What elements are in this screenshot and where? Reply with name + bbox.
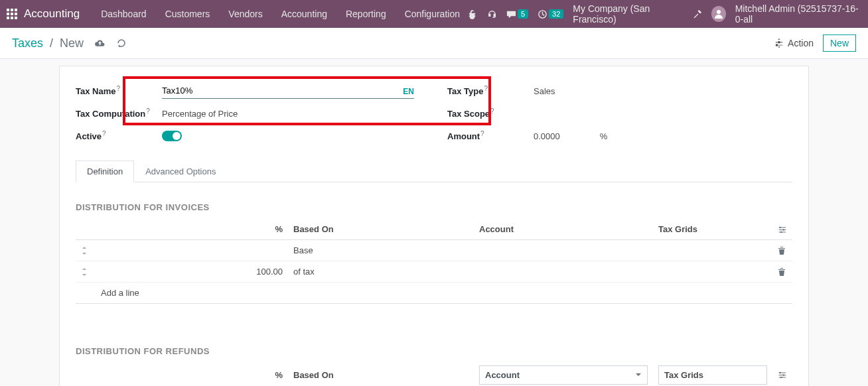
col-percent: % — [96, 363, 288, 387]
svg-rect-0 — [7, 9, 9, 11]
svg-point-11 — [779, 226, 781, 228]
svg-rect-8 — [15, 17, 17, 19]
activities-icon[interactable]: 32 — [538, 9, 563, 19]
svg-rect-1 — [11, 9, 13, 11]
tab-advanced-options[interactable]: Advanced Options — [134, 161, 227, 182]
section-refunds-title: DISTRIBUTION FOR REFUNDS — [76, 346, 792, 356]
delete-row-icon[interactable] — [772, 261, 792, 283]
svg-rect-3 — [7, 13, 9, 15]
col-tax-grids: Tax Grids — [653, 219, 772, 240]
cell-tax-grids[interactable] — [653, 240, 772, 261]
amount-unit: % — [600, 131, 608, 141]
svg-rect-5 — [15, 13, 17, 15]
chevron-down-icon — [635, 371, 642, 378]
delete-row-icon[interactable] — [772, 240, 792, 261]
avatar[interactable] — [711, 6, 726, 22]
menu-vendors[interactable]: Vendors — [220, 5, 270, 23]
lang-button[interactable]: EN — [403, 87, 414, 98]
cell-account[interactable] — [474, 261, 653, 283]
support-icon[interactable] — [487, 9, 497, 19]
account-select[interactable]: Account — [479, 365, 648, 385]
cell-based-on[interactable]: of tax — [288, 261, 474, 283]
tax-computation-label: Tax Computation? — [76, 107, 162, 119]
svg-rect-7 — [11, 17, 13, 19]
app-brand[interactable]: Accounting — [24, 7, 80, 21]
svg-rect-6 — [7, 17, 9, 19]
breadcrumb-sep: / — [50, 36, 53, 50]
refunds-table: % Based On Account Tax Grids — [76, 363, 792, 387]
apps-icon[interactable] — [7, 9, 17, 19]
invoices-table: % Based On Account Tax Grids Base — [76, 219, 792, 326]
save-cloud-icon[interactable] — [94, 38, 106, 49]
new-button[interactable]: New — [823, 34, 856, 52]
cell-account[interactable] — [474, 240, 653, 261]
svg-point-15 — [782, 374, 784, 376]
tools-icon[interactable] — [692, 9, 702, 19]
tax-name-label: Tax Name? — [76, 85, 162, 96]
tab-definition[interactable]: Definition — [76, 161, 134, 182]
svg-point-14 — [779, 372, 781, 374]
cell-based-on[interactable]: Base — [288, 240, 474, 261]
tax-computation-select[interactable]: Percentage of Price — [162, 109, 238, 119]
svg-point-12 — [782, 229, 784, 231]
messages-icon[interactable]: 5 — [506, 9, 528, 19]
main-menu: Dashboard Customers Vendors Accounting R… — [93, 5, 468, 23]
amount-label: Amount? — [447, 130, 534, 141]
table-options-icon[interactable] — [772, 363, 792, 387]
breadcrumb-root[interactable]: Taxes — [12, 36, 43, 50]
tax-name-input[interactable] — [162, 83, 403, 98]
action-dropdown[interactable]: Action — [774, 38, 814, 48]
menu-dashboard[interactable]: Dashboard — [93, 5, 155, 23]
amount-input[interactable]: 0.0000 — [534, 131, 560, 141]
discard-icon[interactable] — [116, 38, 127, 49]
breadcrumb-current: New — [60, 36, 84, 50]
section-invoices-title: DISTRIBUTION FOR INVOICES — [76, 202, 792, 212]
tax-type-select[interactable]: Sales — [534, 86, 555, 96]
tax-scope-label: Tax Scope? — [447, 107, 534, 119]
svg-point-16 — [780, 377, 782, 379]
control-panel: Taxes / New Action New — [0, 28, 868, 59]
tabs: Definition Advanced Options — [76, 161, 792, 182]
col-based-on: Based On — [288, 219, 474, 240]
active-label: Active? — [76, 130, 162, 141]
table-options-icon[interactable] — [772, 219, 792, 240]
breadcrumb: Taxes / New — [12, 36, 127, 50]
topbar: Accounting Dashboard Customers Vendors A… — [0, 0, 868, 28]
menu-configuration[interactable]: Configuration — [397, 5, 468, 23]
table-row[interactable]: Base — [76, 240, 792, 261]
activities-badge: 32 — [549, 9, 563, 19]
action-label: Action — [788, 38, 814, 48]
tax-grids-input[interactable]: Tax Grids — [658, 365, 767, 385]
tax-type-label: Tax Type? — [447, 85, 534, 96]
active-toggle[interactable] — [162, 131, 182, 141]
account-label: Account — [485, 370, 520, 380]
svg-point-10 — [717, 10, 721, 14]
cell-tax-grids[interactable] — [653, 261, 772, 283]
menu-customers[interactable]: Customers — [157, 5, 218, 23]
topbar-right: 5 32 My Company (San Francisco) Mitchell… — [468, 3, 861, 25]
add-line-link[interactable]: Add a line — [101, 288, 139, 298]
company-switcher[interactable]: My Company (San Francisco) — [573, 3, 683, 25]
drag-handle-icon[interactable] — [76, 261, 96, 283]
svg-rect-2 — [15, 9, 17, 11]
debug-icon[interactable] — [468, 9, 478, 19]
menu-accounting[interactable]: Accounting — [273, 5, 335, 23]
drag-handle-icon[interactable] — [76, 240, 96, 261]
menu-reporting[interactable]: Reporting — [338, 5, 394, 23]
messages-badge: 5 — [518, 9, 528, 19]
col-percent: % — [96, 219, 288, 240]
table-row[interactable]: 100.00 of tax — [76, 261, 792, 283]
cell-percent[interactable] — [96, 240, 288, 261]
svg-point-13 — [780, 231, 782, 233]
form-sheet: Tax Name? EN Tax Computation? Percentage… — [59, 66, 809, 386]
user-name[interactable]: Mitchell Admin (52515737-16-0-all — [735, 3, 861, 25]
col-based-on: Based On — [288, 363, 474, 387]
cell-percent[interactable]: 100.00 — [96, 261, 288, 283]
svg-rect-4 — [11, 13, 13, 15]
col-account: Account — [474, 219, 653, 240]
